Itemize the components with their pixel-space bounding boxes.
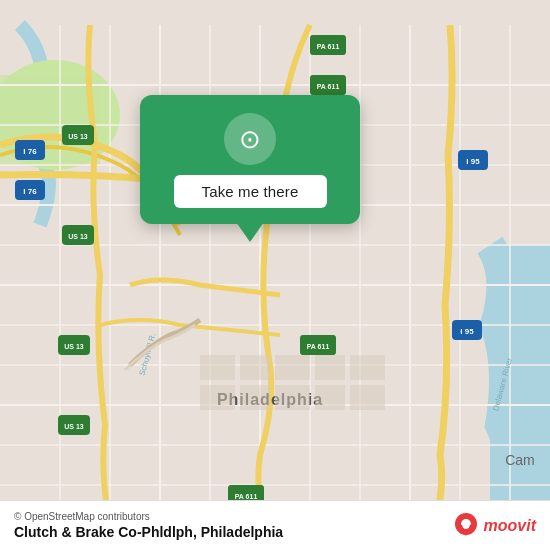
copyright-text: © OpenStreetMap contributors [14, 511, 283, 522]
svg-text:PA 611: PA 611 [307, 343, 330, 350]
svg-text:US 13: US 13 [64, 423, 84, 430]
svg-rect-55 [275, 355, 310, 380]
bottom-bar: © OpenStreetMap contributors Clutch & Br… [0, 500, 550, 550]
svg-text:US 13: US 13 [68, 133, 88, 140]
take-me-there-button[interactable]: Take me there [174, 175, 327, 208]
svg-text:I 76: I 76 [23, 147, 37, 156]
svg-rect-58 [200, 385, 235, 410]
svg-rect-53 [200, 355, 235, 380]
svg-text:PA 611: PA 611 [317, 43, 340, 50]
svg-text:I 95: I 95 [460, 327, 474, 336]
svg-text:PA 611: PA 611 [317, 83, 340, 90]
location-name: Clutch & Brake Co-Phldlph, Philadelphia [14, 524, 283, 540]
location-pin-icon: ⊙ [239, 126, 261, 152]
svg-text:US 13: US 13 [64, 343, 84, 350]
bottom-left-info: © OpenStreetMap contributors Clutch & Br… [14, 511, 283, 540]
map-background: I 76 I 76 US 13 US 13 US 13 US 13 PA 611… [0, 0, 550, 550]
moovit-text: moovit [484, 517, 536, 535]
svg-text:I 76: I 76 [23, 187, 37, 196]
moovit-icon [452, 512, 480, 540]
svg-text:US 13: US 13 [68, 233, 88, 240]
svg-rect-56 [315, 355, 345, 380]
svg-rect-61 [315, 385, 345, 410]
svg-rect-60 [275, 385, 310, 410]
svg-text:I 95: I 95 [466, 157, 480, 166]
map-popup: ⊙ Take me there [140, 95, 360, 224]
svg-rect-54 [240, 355, 270, 380]
map-container: I 76 I 76 US 13 US 13 US 13 US 13 PA 611… [0, 0, 550, 550]
moovit-logo[interactable]: moovit [452, 512, 536, 540]
svg-text:Cam: Cam [505, 452, 535, 468]
location-icon-container: ⊙ [224, 113, 276, 165]
svg-rect-59 [240, 385, 270, 410]
svg-rect-62 [350, 385, 385, 410]
svg-text:PA 611: PA 611 [235, 493, 258, 500]
svg-rect-57 [350, 355, 385, 380]
